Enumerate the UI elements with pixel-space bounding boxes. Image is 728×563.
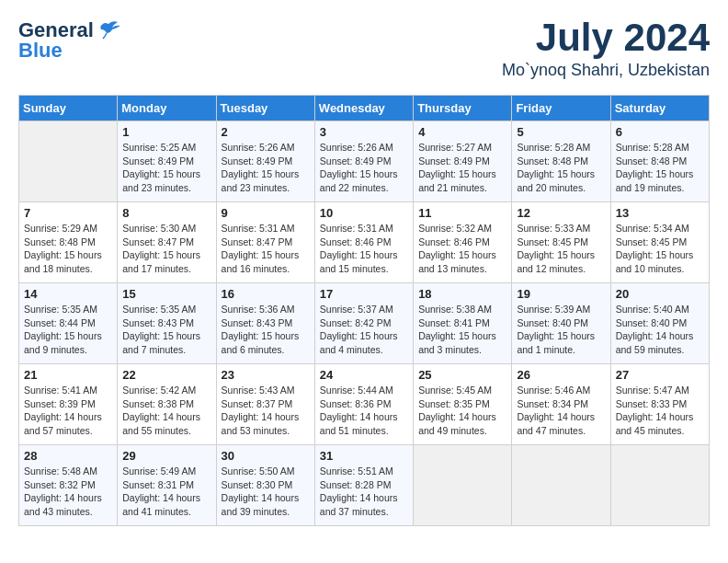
calendar-day-cell: 19Sunrise: 5:39 AMSunset: 8:40 PMDayligh… xyxy=(512,283,610,364)
calendar-day-cell: 12Sunrise: 5:33 AMSunset: 8:45 PMDayligh… xyxy=(512,202,610,283)
logo: General Blue xyxy=(18,18,121,63)
calendar-day-cell: 11Sunrise: 5:32 AMSunset: 8:46 PMDayligh… xyxy=(414,202,512,283)
day-info: Sunrise: 5:50 AMSunset: 8:30 PMDaylight:… xyxy=(222,465,310,519)
calendar-day-cell: 24Sunrise: 5:44 AMSunset: 8:36 PMDayligh… xyxy=(314,364,413,445)
day-number: 8 xyxy=(122,206,210,220)
calendar-day-cell: 13Sunrise: 5:34 AMSunset: 8:45 PMDayligh… xyxy=(610,202,709,283)
calendar-day-cell: 27Sunrise: 5:47 AMSunset: 8:33 PMDayligh… xyxy=(610,364,709,445)
calendar-day-cell: 9Sunrise: 5:31 AMSunset: 8:47 PMDaylight… xyxy=(216,202,314,283)
day-number: 28 xyxy=(24,449,112,463)
day-number: 29 xyxy=(122,449,210,463)
day-info: Sunrise: 5:35 AMSunset: 8:44 PMDaylight:… xyxy=(24,303,112,357)
day-info: Sunrise: 5:29 AMSunset: 8:48 PMDaylight:… xyxy=(24,222,112,276)
calendar-day-cell: 22Sunrise: 5:42 AMSunset: 8:38 PMDayligh… xyxy=(118,364,216,445)
day-info: Sunrise: 5:51 AMSunset: 8:28 PMDaylight:… xyxy=(320,465,408,519)
day-number: 9 xyxy=(222,206,310,220)
day-number: 5 xyxy=(517,125,605,139)
day-number: 11 xyxy=(418,206,506,220)
day-number: 19 xyxy=(517,287,605,301)
calendar-week-row: 7Sunrise: 5:29 AMSunset: 8:48 PMDaylight… xyxy=(19,202,710,283)
calendar-week-row: 28Sunrise: 5:48 AMSunset: 8:32 PMDayligh… xyxy=(19,445,710,526)
calendar-day-cell xyxy=(414,445,512,526)
day-info: Sunrise: 5:32 AMSunset: 8:46 PMDaylight:… xyxy=(418,222,506,276)
calendar-week-row: 1Sunrise: 5:25 AMSunset: 8:49 PMDaylight… xyxy=(19,121,710,202)
day-number: 6 xyxy=(616,125,704,139)
day-info: Sunrise: 5:40 AMSunset: 8:40 PMDaylight:… xyxy=(616,303,704,357)
calendar-day-cell xyxy=(19,121,118,202)
calendar-table: SundayMondayTuesdayWednesdayThursdayFrid… xyxy=(18,95,710,526)
calendar-day-header: Thursday xyxy=(414,96,512,121)
day-info: Sunrise: 5:35 AMSunset: 8:43 PMDaylight:… xyxy=(122,303,210,357)
calendar-day-cell: 14Sunrise: 5:35 AMSunset: 8:44 PMDayligh… xyxy=(19,283,118,364)
calendar-week-row: 14Sunrise: 5:35 AMSunset: 8:44 PMDayligh… xyxy=(19,283,710,364)
calendar-day-header: Saturday xyxy=(610,96,709,121)
calendar-day-cell: 1Sunrise: 5:25 AMSunset: 8:49 PMDaylight… xyxy=(118,121,216,202)
day-number: 18 xyxy=(418,287,506,301)
day-info: Sunrise: 5:44 AMSunset: 8:36 PMDaylight:… xyxy=(320,384,408,438)
day-number: 7 xyxy=(24,206,112,220)
day-info: Sunrise: 5:42 AMSunset: 8:38 PMDaylight:… xyxy=(122,384,210,438)
day-number: 31 xyxy=(320,449,408,463)
calendar-day-header: Tuesday xyxy=(216,96,314,121)
day-number: 17 xyxy=(320,287,408,301)
calendar-day-header: Friday xyxy=(512,96,610,121)
day-number: 23 xyxy=(222,368,310,382)
day-info: Sunrise: 5:27 AMSunset: 8:49 PMDaylight:… xyxy=(418,141,506,195)
calendar-day-cell: 6Sunrise: 5:28 AMSunset: 8:48 PMDaylight… xyxy=(610,121,709,202)
calendar-day-cell: 7Sunrise: 5:29 AMSunset: 8:48 PMDaylight… xyxy=(19,202,118,283)
calendar-header-row: SundayMondayTuesdayWednesdayThursdayFrid… xyxy=(19,96,710,121)
day-info: Sunrise: 5:47 AMSunset: 8:33 PMDaylight:… xyxy=(616,384,704,438)
calendar-day-cell: 10Sunrise: 5:31 AMSunset: 8:46 PMDayligh… xyxy=(314,202,413,283)
day-info: Sunrise: 5:39 AMSunset: 8:40 PMDaylight:… xyxy=(517,303,605,357)
location-title: Mo`ynoq Shahri, Uzbekistan xyxy=(502,61,710,80)
day-number: 16 xyxy=(222,287,310,301)
calendar-day-cell: 4Sunrise: 5:27 AMSunset: 8:49 PMDaylight… xyxy=(414,121,512,202)
calendar-day-cell: 8Sunrise: 5:30 AMSunset: 8:47 PMDaylight… xyxy=(118,202,216,283)
logo-blue-text: Blue xyxy=(18,39,63,63)
day-info: Sunrise: 5:45 AMSunset: 8:35 PMDaylight:… xyxy=(418,384,506,438)
calendar-day-cell: 28Sunrise: 5:48 AMSunset: 8:32 PMDayligh… xyxy=(19,445,118,526)
day-info: Sunrise: 5:28 AMSunset: 8:48 PMDaylight:… xyxy=(517,141,605,195)
calendar-day-cell: 25Sunrise: 5:45 AMSunset: 8:35 PMDayligh… xyxy=(414,364,512,445)
title-section: July 2024 Mo`ynoq Shahri, Uzbekistan xyxy=(502,18,710,80)
day-info: Sunrise: 5:30 AMSunset: 8:47 PMDaylight:… xyxy=(122,222,210,276)
day-number: 26 xyxy=(517,368,605,382)
day-info: Sunrise: 5:28 AMSunset: 8:48 PMDaylight:… xyxy=(616,141,704,195)
calendar-day-header: Wednesday xyxy=(314,96,413,121)
day-info: Sunrise: 5:46 AMSunset: 8:34 PMDaylight:… xyxy=(517,384,605,438)
day-info: Sunrise: 5:43 AMSunset: 8:37 PMDaylight:… xyxy=(222,384,310,438)
day-number: 15 xyxy=(122,287,210,301)
day-number: 20 xyxy=(616,287,704,301)
page-header: General Blue July 2024 Mo`ynoq Shahri, U… xyxy=(18,18,710,80)
calendar-day-cell: 30Sunrise: 5:50 AMSunset: 8:30 PMDayligh… xyxy=(216,445,314,526)
calendar-day-cell: 21Sunrise: 5:41 AMSunset: 8:39 PMDayligh… xyxy=(19,364,118,445)
calendar-day-cell xyxy=(610,445,709,526)
calendar-day-header: Monday xyxy=(118,96,216,121)
day-number: 30 xyxy=(222,449,310,463)
day-info: Sunrise: 5:31 AMSunset: 8:47 PMDaylight:… xyxy=(222,222,310,276)
day-info: Sunrise: 5:37 AMSunset: 8:42 PMDaylight:… xyxy=(320,303,408,357)
calendar-day-cell: 17Sunrise: 5:37 AMSunset: 8:42 PMDayligh… xyxy=(314,283,413,364)
day-number: 4 xyxy=(418,125,506,139)
calendar-day-cell: 31Sunrise: 5:51 AMSunset: 8:28 PMDayligh… xyxy=(314,445,413,526)
day-info: Sunrise: 5:41 AMSunset: 8:39 PMDaylight:… xyxy=(24,384,112,438)
calendar-day-cell: 18Sunrise: 5:38 AMSunset: 8:41 PMDayligh… xyxy=(414,283,512,364)
day-number: 14 xyxy=(24,287,112,301)
day-info: Sunrise: 5:26 AMSunset: 8:49 PMDaylight:… xyxy=(320,141,408,195)
calendar-day-cell: 5Sunrise: 5:28 AMSunset: 8:48 PMDaylight… xyxy=(512,121,610,202)
day-info: Sunrise: 5:31 AMSunset: 8:46 PMDaylight:… xyxy=(320,222,408,276)
day-number: 3 xyxy=(320,125,408,139)
calendar-day-cell: 23Sunrise: 5:43 AMSunset: 8:37 PMDayligh… xyxy=(216,364,314,445)
day-info: Sunrise: 5:34 AMSunset: 8:45 PMDaylight:… xyxy=(616,222,704,276)
day-number: 10 xyxy=(320,206,408,220)
day-info: Sunrise: 5:33 AMSunset: 8:45 PMDaylight:… xyxy=(517,222,605,276)
day-info: Sunrise: 5:38 AMSunset: 8:41 PMDaylight:… xyxy=(418,303,506,357)
calendar-day-cell: 29Sunrise: 5:49 AMSunset: 8:31 PMDayligh… xyxy=(118,445,216,526)
day-info: Sunrise: 5:49 AMSunset: 8:31 PMDaylight:… xyxy=(122,465,210,519)
calendar-week-row: 21Sunrise: 5:41 AMSunset: 8:39 PMDayligh… xyxy=(19,364,710,445)
day-number: 25 xyxy=(418,368,506,382)
calendar-day-cell: 16Sunrise: 5:36 AMSunset: 8:43 PMDayligh… xyxy=(216,283,314,364)
day-info: Sunrise: 5:36 AMSunset: 8:43 PMDaylight:… xyxy=(222,303,310,357)
day-number: 22 xyxy=(122,368,210,382)
calendar-day-cell: 15Sunrise: 5:35 AMSunset: 8:43 PMDayligh… xyxy=(118,283,216,364)
